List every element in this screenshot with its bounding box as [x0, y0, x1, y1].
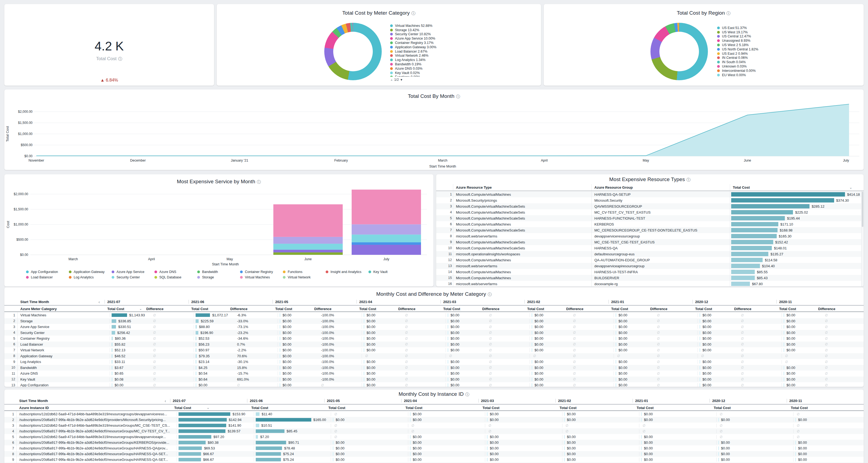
- service-legend-item[interactable]: Functions: [283, 270, 302, 274]
- service-legend-item[interactable]: App Configuration: [26, 270, 58, 274]
- difference-header[interactable]: Difference: [223, 307, 248, 311]
- cost-bar: [195, 372, 196, 375]
- legend-item[interactable]: Virtual Machines 52.88%: [390, 24, 436, 28]
- total-cost-cell: ∅: [562, 424, 639, 428]
- legend-item[interactable]: Security Center 10.82%: [390, 32, 436, 37]
- total-cost-header[interactable]: Total Cost: [440, 307, 475, 311]
- total-cost-header[interactable]: Total Cost: [692, 307, 727, 311]
- service-legend-item[interactable]: SQL Database: [154, 275, 182, 280]
- total-cost-cell: $0.00: [278, 360, 317, 364]
- legend-label: US North Central 1.82%: [722, 48, 758, 51]
- months-scroll-left-icon[interactable]: ‹: [94, 299, 104, 304]
- total-cost-header[interactable]: Total Cost: [788, 406, 823, 410]
- legend-item[interactable]: US North Central 1.82%: [717, 47, 758, 52]
- category-cell: Virtual Network: [18, 348, 110, 352]
- legend-item[interactable]: US West 2 5.18%: [717, 43, 758, 47]
- sort-chevron-icon[interactable]: ⌄: [139, 307, 143, 311]
- service-legend-item[interactable]: Azure App Service: [112, 270, 145, 274]
- difference-header[interactable]: Difference: [559, 307, 584, 311]
- sort-chevron-icon[interactable]: ⌄: [849, 185, 852, 190]
- info-icon[interactable]: ⓘ: [411, 11, 415, 16]
- column-header-resource-group[interactable]: Azure Resource Group: [592, 185, 730, 190]
- legend-page-up-icon[interactable]: ▲: [390, 78, 393, 81]
- scrollbar-thumb[interactable]: [862, 192, 863, 227]
- info-icon[interactable]: ⓘ: [118, 56, 122, 61]
- service-legend-item[interactable]: Azure DNS: [154, 270, 176, 274]
- legend-item[interactable]: Azure DNS 0.03%: [390, 66, 436, 71]
- service-legend-item[interactable]: Security Center: [112, 275, 140, 280]
- service-legend-item[interactable]: Bandwidth: [197, 270, 218, 274]
- info-icon[interactable]: ⓘ: [465, 392, 469, 397]
- legend-item[interactable]: Load Balancer 2.67%: [390, 49, 436, 54]
- service-legend-item[interactable]: Application Gateway: [69, 270, 104, 274]
- column-header-resource-type[interactable]: Azure Resource Type: [453, 185, 591, 190]
- legend-item[interactable]: Virtual Network 2.46%: [390, 54, 436, 58]
- difference-header[interactable]: Difference: [391, 307, 415, 311]
- service-legend-item[interactable]: Insight and Analytics: [326, 270, 362, 274]
- difference-header[interactable]: Difference: [811, 307, 836, 311]
- service-legend-item[interactable]: Virtual Network: [283, 275, 311, 280]
- month-cell-group: $0.00∅: [698, 366, 782, 370]
- legend-item[interactable]: Azure App Service 10.00%: [390, 36, 436, 41]
- difference-header[interactable]: Difference: [475, 307, 500, 311]
- total-cost-cell: $4.25: [194, 366, 233, 370]
- sort-chevron-icon[interactable]: ⌄: [207, 406, 211, 410]
- legend-item[interactable]: Application Gateway 3.00%: [390, 45, 436, 49]
- total-cost-header[interactable]: Total Cost: [249, 406, 284, 410]
- info-icon[interactable]: ⓘ: [686, 177, 690, 182]
- difference-header[interactable]: Difference: [307, 307, 332, 311]
- info-icon[interactable]: ⓘ: [488, 292, 492, 296]
- info-icon[interactable]: ⓘ: [726, 11, 731, 16]
- legend-item[interactable]: US Central 12.47%: [717, 34, 758, 39]
- legend-item[interactable]: Log Analytics 1.34%: [390, 58, 436, 62]
- difference-header[interactable]: Difference: [727, 307, 751, 311]
- legend-label: Key Vault 0.02%: [395, 71, 420, 75]
- legend-item[interactable]: IN Central 0.06%: [717, 56, 758, 60]
- difference-header[interactable]: Difference: [643, 307, 668, 311]
- total-cost-header[interactable]: Total Cost: [403, 406, 438, 410]
- legend-item[interactable]: US East 2 0.94%: [717, 52, 758, 56]
- legend-item[interactable]: Bandwidth 0.19%: [390, 62, 436, 66]
- scrollbar-track[interactable]: [861, 191, 864, 287]
- legend-item[interactable]: EU West 0.00%: [717, 73, 758, 77]
- service-legend-item[interactable]: Storage: [197, 275, 214, 280]
- legend-item[interactable]: Intercontinental 0.00%: [717, 68, 758, 73]
- legend-item[interactable]: Container Registry 3.17%: [390, 41, 436, 45]
- cost-bar: [447, 343, 448, 346]
- total-cost-by-month-chart[interactable]: $0.00$500.00$1,000.00$1,500.00$2,000.00N…: [4, 89, 864, 170]
- total-cost-header[interactable]: Total Cost: [776, 307, 811, 311]
- total-cost-header[interactable]: Total Cost: [525, 307, 559, 311]
- service-legend-item[interactable]: Container Registry: [240, 270, 273, 274]
- service-legend-item[interactable]: Virtual Machines: [240, 275, 270, 280]
- total-cost-header[interactable]: Total Cost: [711, 406, 746, 410]
- total-cost-header[interactable]: Total Cost: [356, 307, 391, 311]
- legend-item[interactable]: US East 51.37%: [717, 26, 758, 30]
- service-legend-item[interactable]: Load Balancer: [26, 275, 53, 280]
- service-legend-item[interactable]: Key Vault: [368, 270, 388, 274]
- total-cost-header[interactable]: Total Cost: [634, 406, 669, 410]
- column-header-total-cost[interactable]: Total Cost: [730, 185, 849, 190]
- legend-item[interactable]: Unknown 0.03%: [717, 64, 758, 68]
- legend-page-down-icon[interactable]: ▼: [400, 78, 403, 81]
- service-by-month-chart[interactable]: $0.00$500.00$1,000.00$1,500.00$2,000.00M…: [4, 174, 433, 265]
- total-cost-header[interactable]: Total Cost: [189, 307, 223, 311]
- legend-dot: [368, 270, 371, 273]
- month-cell-group: ∅: [331, 424, 408, 428]
- total-cost-header[interactable]: Total Cost: [609, 307, 643, 311]
- legend-item[interactable]: Unassigned 8.93%: [717, 38, 758, 43]
- legend-item[interactable]: Storage 13.42%: [390, 28, 436, 32]
- cost-value: $85.45: [287, 429, 298, 433]
- total-cost-header[interactable]: Total Cost: [557, 406, 592, 410]
- total-cost-header[interactable]: Total Cost: [104, 307, 139, 311]
- legend-item[interactable]: US West 19.17%: [717, 30, 758, 34]
- total-cost-header[interactable]: Total Cost: [480, 406, 515, 410]
- months-scroll-left-icon[interactable]: ‹: [161, 399, 170, 403]
- legend-item[interactable]: Key Vault 0.02%: [390, 71, 436, 75]
- total-cost-header[interactable]: Total Cost: [326, 406, 361, 410]
- total-cost-header[interactable]: Total Cost: [172, 406, 207, 410]
- service-legend-item[interactable]: Log Analytics: [69, 275, 94, 280]
- legend-item[interactable]: IN South 0.04%: [717, 60, 758, 64]
- legend-item[interactable]: Functions 0.00%: [390, 75, 436, 77]
- difference-header[interactable]: Difference: [143, 307, 164, 311]
- total-cost-header[interactable]: Total Cost: [273, 307, 307, 311]
